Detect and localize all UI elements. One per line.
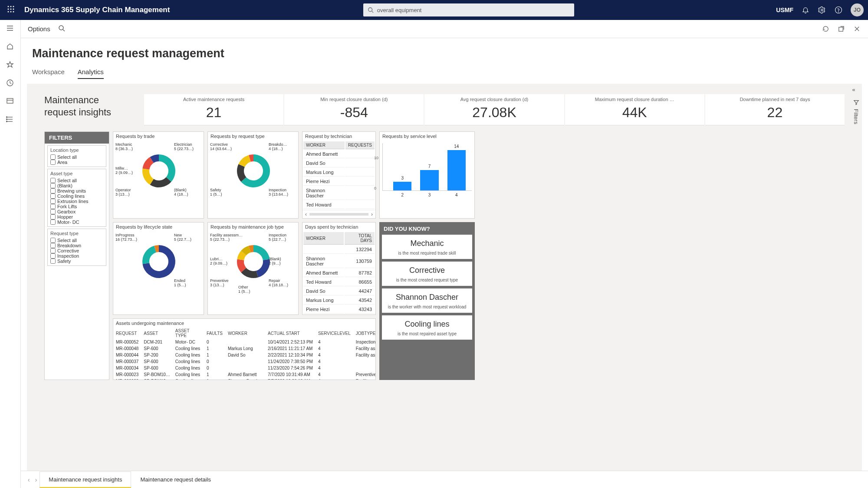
filter-option[interactable]: Select all: [50, 178, 103, 183]
table-row[interactable]: MR-000022SP-BOM10…Cooling lines1Shannon …: [113, 378, 375, 380]
hamburger-icon[interactable]: [6, 24, 15, 33]
dyk-card: Cooling linesis the most repaired asset …: [382, 315, 472, 340]
collapse-filters-icon[interactable]: «: [848, 86, 859, 93]
table-row[interactable]: Markus Long: [303, 168, 375, 177]
tab-workspace[interactable]: Workspace: [32, 68, 65, 79]
recent-icon[interactable]: [6, 79, 15, 88]
table-row[interactable]: Ted Howard86655: [303, 278, 375, 286]
filter-icon: [853, 99, 859, 105]
card-lifecycle[interactable]: Requests by lifecycle state InProgress16…: [113, 222, 204, 315]
table-row[interactable]: Pierre Hezi43243: [303, 305, 375, 314]
table-row[interactable]: Shannon Dascher130759: [303, 255, 375, 268]
kpi-card[interactable]: Avg request closure duration (d)27.08K: [424, 94, 564, 125]
bar[interactable]: 144: [447, 150, 466, 190]
filter-option[interactable]: Area: [50, 160, 103, 165]
chart-label: Operator3 (13…): [115, 188, 131, 197]
user-avatar[interactable]: JO: [851, 3, 864, 16]
svg-point-1: [10, 6, 12, 7]
table-row[interactable]: MR-000034SP-600Cooling lines011/23/2020 …: [113, 365, 375, 371]
table-row[interactable]: Ted Howard: [303, 201, 375, 209]
table-row[interactable]: Ahmed Barnett87782: [303, 269, 375, 277]
filter-option[interactable]: Cooling lines: [50, 193, 103, 199]
options-menu[interactable]: Options: [28, 25, 50, 33]
filter-option[interactable]: Brewing units: [50, 188, 103, 193]
scroll-right-icon[interactable]: ›: [371, 211, 373, 217]
report-tab-insights[interactable]: Maintenance request insights: [39, 472, 131, 488]
chart-label: Millw…2 (9.09…): [115, 167, 133, 175]
settings-icon[interactable]: [818, 6, 826, 14]
card-service-level[interactable]: Requests by service level 0 10 3273144: [379, 131, 475, 219]
scroll-left-icon[interactable]: ‹: [305, 211, 307, 217]
table-row[interactable]: MR-000044SP-200Cooling lines1David So2/2…: [113, 352, 375, 358]
svg-point-5: [13, 8, 14, 10]
filter-option[interactable]: Gearbox: [50, 209, 103, 214]
bar[interactable]: 73: [420, 170, 438, 190]
filter-option[interactable]: Fork Lifts: [50, 204, 103, 209]
workspaces-icon[interactable]: [6, 97, 15, 106]
filter-option[interactable]: (Blank): [50, 183, 103, 188]
help-icon[interactable]: [834, 6, 843, 14]
tab-nav-prev-icon[interactable]: ‹: [25, 476, 33, 483]
table-row[interactable]: Markus Long43542: [303, 296, 375, 305]
company-code[interactable]: USMF: [776, 7, 793, 13]
card-tech-days[interactable]: Days spent by technician WORKERTOTAL DAY…: [302, 222, 376, 315]
chart-label: (Blank)2 (9…): [269, 257, 281, 266]
notifications-icon[interactable]: [801, 6, 810, 14]
filter-option[interactable]: Select all: [50, 154, 103, 160]
bar[interactable]: 32: [393, 182, 411, 190]
svg-point-3: [8, 8, 9, 10]
svg-point-7: [10, 11, 12, 12]
filter-option[interactable]: Motor- DC: [50, 219, 103, 225]
table-row[interactable]: Shannon Dascher: [303, 187, 375, 200]
svg-point-23: [6, 117, 7, 118]
filter-option[interactable]: Safety: [50, 259, 103, 264]
search-icon: [368, 7, 374, 13]
chart-label: New5 (22.7…): [174, 233, 191, 242]
table-row[interactable]: David So: [303, 159, 375, 167]
table-row[interactable]: MR-000048SP-600Cooling lines1Markus Long…: [113, 345, 375, 352]
svg-point-2: [13, 6, 14, 7]
modules-icon[interactable]: [6, 115, 15, 124]
home-icon[interactable]: [6, 43, 15, 51]
refresh-icon[interactable]: [822, 25, 830, 33]
card-assets[interactable]: Assets undergoing maintenance REQUESTASS…: [113, 318, 376, 380]
table-row[interactable]: David So44247: [303, 287, 375, 295]
kpi-card[interactable]: Downtime planned in next 7 days22: [705, 94, 845, 125]
filter-option[interactable]: Select all: [50, 238, 103, 243]
table-row[interactable]: MR-000037SP-600Cooling lines011/24/2020 …: [113, 358, 375, 365]
filter-option[interactable]: Extrusion lines: [50, 199, 103, 204]
favorites-icon[interactable]: [6, 61, 15, 69]
card-trade[interactable]: Requests by trade Mechanic8 (36.3…)Elect…: [113, 131, 204, 219]
kpi-card[interactable]: Active maintenance requests21: [144, 94, 283, 125]
chart-label: Breakdo…4 (18…): [269, 143, 287, 151]
kpi-card[interactable]: Min request closure duration (d)-854: [284, 94, 424, 125]
table-row[interactable]: Ahmed Barnett: [303, 150, 375, 158]
card-reqtype[interactable]: Requests by request type Corrective14 (6…: [207, 131, 299, 219]
filter-section: Location typeSelect allArea: [47, 145, 106, 167]
filter-option[interactable]: Breakdown: [50, 243, 103, 248]
close-icon[interactable]: [853, 25, 861, 33]
chart-label: Preventive3 (13…): [210, 279, 229, 288]
app-launcher-icon[interactable]: [4, 6, 17, 15]
table-row[interactable]: Pierre Hezi: [303, 177, 375, 186]
chart-label: Electrician5 (22.73…): [174, 143, 194, 151]
filters-card: FILTERS Location typeSelect allAreaAsset…: [44, 131, 109, 380]
table-row[interactable]: MR-000052DCM-201Motor- DC010/14/2021 2:5…: [113, 339, 375, 345]
table-row[interactable]: 132294: [303, 246, 375, 254]
tab-nav-next-icon[interactable]: ›: [33, 476, 40, 483]
kpi-card[interactable]: Maximum request closure duration …44K: [565, 94, 704, 125]
command-bar: Options: [21, 20, 868, 38]
report-tab-details[interactable]: Maintenance request details: [131, 472, 220, 488]
tab-analytics[interactable]: Analytics: [78, 68, 104, 79]
popout-icon[interactable]: [838, 25, 845, 33]
search-command-icon[interactable]: [58, 25, 65, 33]
table-row[interactable]: MR-000023SP-BOM10…Cooling lines1Ahmed Ba…: [113, 371, 375, 378]
filters-panel-toggle[interactable]: Filters: [853, 99, 859, 124]
filter-option[interactable]: Hopper: [50, 214, 103, 219]
filter-option[interactable]: Corrective: [50, 248, 103, 253]
card-jobtype[interactable]: Requests by maintenance job type Facilit…: [207, 222, 299, 315]
card-tech-requests[interactable]: Request by technician WORKERREQUESTS Ahm…: [302, 131, 376, 219]
filter-option[interactable]: Inspection: [50, 253, 103, 259]
filter-section: Asset typeSelect all(Blank)Brewing units…: [47, 169, 106, 227]
search-input[interactable]: overall equipment: [363, 3, 574, 16]
